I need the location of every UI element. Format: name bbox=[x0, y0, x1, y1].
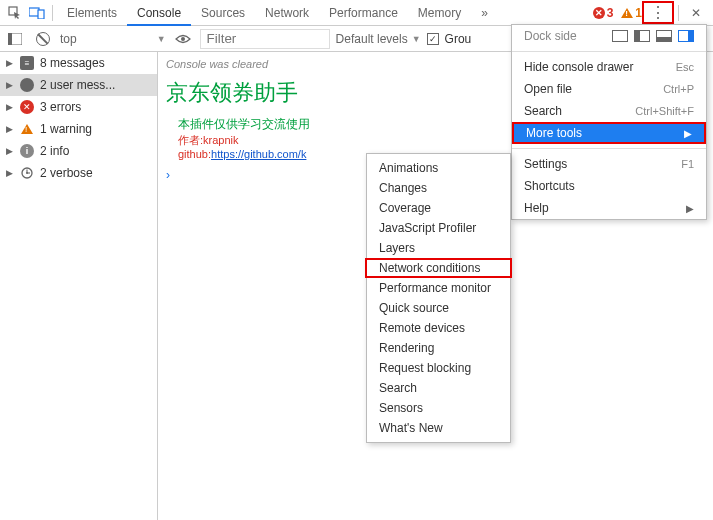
expand-icon: ▶ bbox=[6, 58, 14, 68]
filter-input[interactable] bbox=[200, 29, 330, 49]
submenu-animations[interactable]: Animations bbox=[367, 158, 510, 178]
shortcut: Ctrl+Shift+F bbox=[635, 105, 694, 117]
sidebar-item-warnings[interactable]: ▶ 1 warning bbox=[0, 118, 157, 140]
tab-sources[interactable]: Sources bbox=[191, 0, 255, 26]
svg-point-5 bbox=[181, 37, 185, 41]
svg-rect-2 bbox=[38, 10, 44, 19]
log-body: 本插件仅供学习交流使用 作者:krapnik github:https://gi… bbox=[166, 116, 310, 160]
submenu-arrow-icon: ▶ bbox=[684, 128, 692, 139]
expand-icon: ▶ bbox=[6, 168, 14, 178]
expand-icon: ▶ bbox=[6, 80, 14, 90]
submenu-rendering[interactable]: Rendering bbox=[367, 338, 510, 358]
submenu-remote-devices[interactable]: Remote devices bbox=[367, 318, 510, 338]
submenu-quick-source[interactable]: Quick source bbox=[367, 298, 510, 318]
submenu-layers[interactable]: Layers bbox=[367, 238, 510, 258]
dock-bottom-icon[interactable] bbox=[656, 30, 672, 42]
submenu-changes[interactable]: Changes bbox=[367, 178, 510, 198]
dock-right-icon[interactable] bbox=[678, 30, 694, 42]
menu-hide-drawer[interactable]: Hide console drawer Esc bbox=[512, 56, 706, 78]
live-expression-icon[interactable] bbox=[172, 28, 194, 50]
close-devtools[interactable]: ✕ bbox=[683, 6, 709, 20]
clear-console-icon[interactable] bbox=[32, 28, 54, 50]
user-icon bbox=[20, 78, 34, 92]
group-label: Grou bbox=[445, 32, 472, 46]
warning-badge[interactable]: 1 bbox=[621, 6, 642, 20]
group-checkbox[interactable]: ✓ bbox=[427, 33, 439, 45]
context-label: top bbox=[60, 32, 77, 46]
tab-performance[interactable]: Performance bbox=[319, 0, 408, 26]
error-icon: ✕ bbox=[593, 7, 605, 19]
menu-separator bbox=[512, 51, 706, 52]
error-count: 3 bbox=[607, 6, 614, 20]
console-sidebar: ▶ ≡ 8 messages ▶ 2 user mess... ▶ ✕ 3 er… bbox=[0, 52, 158, 520]
separator bbox=[52, 5, 53, 21]
github-link[interactable]: https://github.com/k bbox=[211, 148, 306, 160]
submenu-arrow-icon: ▶ bbox=[686, 203, 694, 214]
submenu-request-blocking[interactable]: Request blocking bbox=[367, 358, 510, 378]
dock-side-row: Dock side bbox=[512, 25, 706, 47]
menu-open-file[interactable]: Open file Ctrl+P bbox=[512, 78, 706, 100]
expand-icon: ▶ bbox=[6, 146, 14, 156]
submenu-network-conditions[interactable]: Network conditions bbox=[365, 258, 512, 278]
devtools-toolbar: Elements Console Sources Network Perform… bbox=[0, 0, 713, 26]
inspect-icon[interactable] bbox=[4, 2, 26, 24]
menu-button[interactable]: ⋮ bbox=[644, 3, 672, 22]
devtools-main-menu: Dock side Hide console drawer Esc Open f… bbox=[511, 24, 707, 220]
submenu-search[interactable]: Search bbox=[367, 378, 510, 398]
sidebar-label: 2 info bbox=[40, 144, 69, 158]
svg-rect-4 bbox=[8, 33, 12, 45]
extension-github: github:https://github.com/k bbox=[178, 148, 310, 160]
dock-left-icon[interactable] bbox=[634, 30, 650, 42]
submenu-js-profiler[interactable]: JavaScript Profiler bbox=[367, 218, 510, 238]
info-icon: i bbox=[20, 144, 34, 158]
menu-more-tools[interactable]: More tools ▶ bbox=[512, 122, 706, 144]
tab-memory[interactable]: Memory bbox=[408, 0, 471, 26]
menu-settings[interactable]: Settings F1 bbox=[512, 153, 706, 175]
sidebar-item-errors[interactable]: ▶ ✕ 3 errors bbox=[0, 96, 157, 118]
sidebar-label: 3 errors bbox=[40, 100, 81, 114]
dropdown-arrow-icon: ▼ bbox=[157, 34, 166, 44]
sidebar-toggle-icon[interactable] bbox=[4, 28, 26, 50]
sidebar-item-user-messages[interactable]: ▶ 2 user mess... bbox=[0, 74, 157, 96]
menu-shortcuts[interactable]: Shortcuts bbox=[512, 175, 706, 197]
dock-side-label: Dock side bbox=[524, 29, 577, 43]
dock-undock-icon[interactable] bbox=[612, 30, 628, 42]
tabs-overflow[interactable]: » bbox=[471, 0, 498, 26]
submenu-whats-new[interactable]: What's New bbox=[367, 418, 510, 438]
menu-help[interactable]: Help ▶ bbox=[512, 197, 706, 219]
sidebar-item-messages[interactable]: ▶ ≡ 8 messages bbox=[0, 52, 157, 74]
menu-separator bbox=[512, 148, 706, 149]
verbose-icon bbox=[20, 166, 34, 180]
expand-icon: ▶ bbox=[6, 124, 14, 134]
shortcut: Esc bbox=[676, 61, 694, 73]
sidebar-label: 8 messages bbox=[40, 56, 105, 70]
extension-note: 本插件仅供学习交流使用 bbox=[178, 116, 310, 133]
dropdown-arrow-icon: ▼ bbox=[412, 34, 421, 44]
separator bbox=[678, 5, 679, 21]
submenu-coverage[interactable]: Coverage bbox=[367, 198, 510, 218]
warning-icon bbox=[20, 122, 34, 136]
sidebar-label: 2 user mess... bbox=[40, 78, 115, 92]
submenu-performance-monitor[interactable]: Performance monitor bbox=[367, 278, 510, 298]
error-badge[interactable]: ✕ 3 bbox=[593, 6, 614, 20]
extension-title: 京东领券助手 bbox=[166, 78, 298, 108]
tab-elements[interactable]: Elements bbox=[57, 0, 127, 26]
extension-author: 作者:krapnik bbox=[178, 133, 310, 148]
sidebar-label: 2 verbose bbox=[40, 166, 93, 180]
sidebar-item-info[interactable]: ▶ i 2 info bbox=[0, 140, 157, 162]
submenu-sensors[interactable]: Sensors bbox=[367, 398, 510, 418]
warning-count: 1 bbox=[635, 6, 642, 20]
device-toggle-icon[interactable] bbox=[26, 2, 48, 24]
tab-console[interactable]: Console bbox=[127, 0, 191, 26]
warning-icon bbox=[621, 8, 633, 18]
tab-network[interactable]: Network bbox=[255, 0, 319, 26]
highlight-kebab: ⋮ bbox=[642, 1, 674, 24]
context-dropdown[interactable]: top bbox=[60, 32, 81, 46]
more-tools-submenu: Animations Changes Coverage JavaScript P… bbox=[366, 153, 511, 443]
menu-search[interactable]: Search Ctrl+Shift+F bbox=[512, 100, 706, 122]
sidebar-item-verbose[interactable]: ▶ 2 verbose bbox=[0, 162, 157, 184]
log-message: Console was cleared bbox=[166, 58, 268, 70]
levels-dropdown[interactable]: Default levels ▼ bbox=[336, 32, 421, 46]
expand-icon: ▶ bbox=[6, 102, 14, 112]
shortcut: Ctrl+P bbox=[663, 83, 694, 95]
